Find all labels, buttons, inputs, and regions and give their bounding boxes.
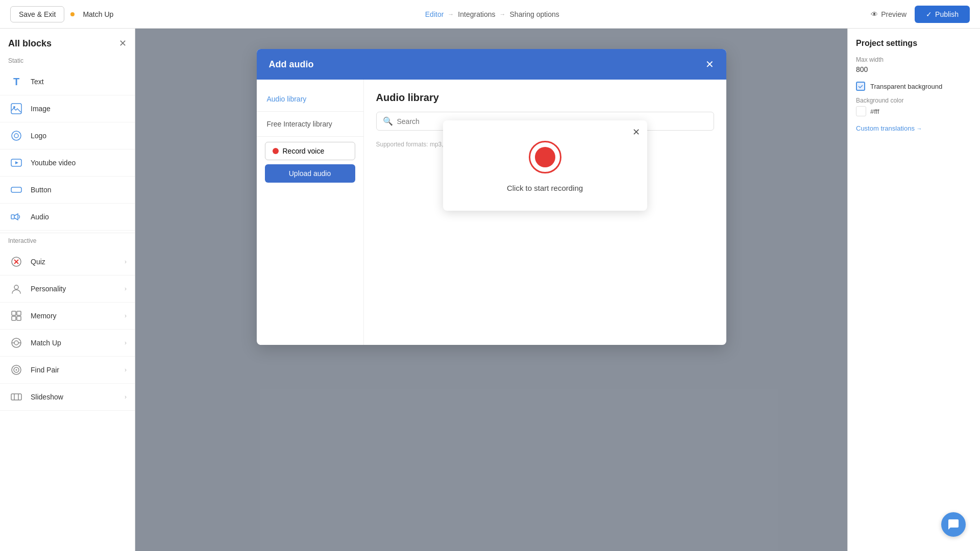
sidebar-item-button[interactable]: Button — [0, 177, 135, 204]
memory-icon — [8, 308, 24, 324]
bg-color-row[interactable]: #fff — [856, 106, 972, 116]
sidebar-findpair-label: Find Pair — [31, 366, 118, 374]
sidebar-item-text[interactable]: T Text — [0, 68, 135, 95]
transparent-bg-label: Transparent background — [870, 83, 942, 90]
modal-close-button[interactable]: ✕ — [705, 58, 714, 70]
modal-sidebar-audio-library[interactable]: Audio library — [257, 90, 363, 108]
nav-step-sharing[interactable]: Sharing options — [510, 10, 559, 18]
matchup-icon — [8, 335, 24, 351]
svg-rect-14 — [12, 316, 16, 320]
recording-close-button[interactable]: ✕ — [632, 127, 640, 138]
audio-icon — [8, 209, 24, 225]
findpair-arrow-icon: › — [125, 366, 127, 373]
nav-arrow-2: → — [500, 11, 506, 18]
sidebar-item-memory[interactable]: Memory › — [0, 303, 135, 330]
record-start-button[interactable] — [529, 141, 561, 173]
modal-sidebar-divider-2 — [257, 136, 363, 137]
topbar-left: Save & Exit Match Up — [10, 6, 113, 22]
save-exit-button[interactable]: Save & Exit — [10, 6, 64, 22]
sidebar-item-audio[interactable]: Audio — [0, 204, 135, 231]
add-audio-modal: Add audio ✕ Audio library Free Interacty… — [257, 49, 726, 345]
sidebar-item-quiz[interactable]: Quiz › — [0, 248, 135, 276]
modal-body: Audio library Free Interacty library Rec… — [257, 80, 726, 345]
matchup-arrow-icon: › — [125, 339, 127, 346]
record-dot-icon — [273, 148, 279, 154]
nav-arrow-1: → — [448, 11, 454, 18]
slideshow-arrow-icon: › — [125, 393, 127, 400]
sidebar-item-matchup[interactable]: Match Up › — [0, 330, 135, 357]
sidebar-quiz-label: Quiz — [31, 258, 118, 266]
sidebar-divider — [0, 233, 135, 233]
modal-sidebar-free-library[interactable]: Free Interacty library — [257, 115, 363, 133]
sidebar-matchup-label: Match Up — [31, 339, 118, 347]
right-panel: Project settings Max width 800 Transpare… — [847, 29, 980, 551]
sidebar-slideshow-label: Slideshow — [31, 393, 118, 401]
sidebar-personality-label: Personality — [31, 285, 118, 293]
logo-icon — [8, 128, 24, 144]
record-instruction-text: Click to start recording — [507, 184, 583, 192]
record-voice-container: Record voice Upload audio — [265, 142, 355, 183]
sidebar: All blocks ✕ Static T Text Image Logo Yo… — [0, 29, 135, 551]
sidebar-youtube-label: Youtube video — [31, 159, 127, 167]
sidebar-header: All blocks ✕ — [0, 29, 135, 55]
svg-rect-15 — [17, 316, 21, 320]
modal-title: Add audio — [269, 59, 314, 70]
svg-rect-6 — [11, 187, 21, 192]
svg-rect-13 — [17, 311, 21, 315]
svg-rect-23 — [11, 394, 21, 400]
personality-arrow-icon: › — [125, 285, 127, 292]
sidebar-close-button[interactable]: ✕ — [119, 38, 127, 49]
modal-overlay: Add audio ✕ Audio library Free Interacty… — [135, 29, 847, 551]
slideshow-icon — [8, 389, 24, 405]
svg-rect-7 — [11, 215, 14, 219]
nav-step-integrations[interactable]: Integrations — [458, 10, 495, 18]
bg-color-swatch[interactable] — [856, 106, 866, 116]
sidebar-item-personality[interactable]: Personality › — [0, 276, 135, 303]
sidebar-logo-label: Logo — [31, 132, 127, 140]
custom-translations-label: Custom translations — [856, 124, 915, 132]
sidebar-item-slideshow[interactable]: Slideshow › — [0, 384, 135, 411]
sidebar-item-logo[interactable]: Logo — [0, 122, 135, 149]
quiz-icon — [8, 254, 24, 270]
sidebar-memory-label: Memory — [31, 312, 118, 320]
panel-title: Project settings — [856, 39, 972, 48]
sidebar-item-findpair[interactable]: Find Pair › — [0, 357, 135, 384]
topbar: Save & Exit Match Up Editor → Integratio… — [0, 0, 980, 29]
publish-icon: ✓ — [926, 10, 932, 18]
findpair-icon — [8, 362, 24, 378]
nav-step-editor[interactable]: Editor — [425, 10, 444, 18]
sidebar-title: All blocks — [8, 38, 52, 49]
svg-rect-12 — [12, 311, 16, 315]
breadcrumb-current: Match Up — [83, 10, 113, 18]
interactive-section-label: Interactive — [0, 235, 135, 248]
static-section-label: Static — [0, 55, 135, 68]
modal-header: Add audio ✕ — [257, 49, 726, 80]
record-voice-button[interactable]: Record voice — [265, 142, 355, 160]
sidebar-item-image[interactable]: Image — [0, 95, 135, 122]
topbar-nav: Editor → Integrations → Sharing options — [119, 10, 865, 18]
chat-bubble-button[interactable] — [941, 512, 966, 537]
sidebar-item-youtube[interactable]: Youtube video — [0, 149, 135, 177]
transparent-bg-row: Transparent background — [856, 82, 972, 91]
transparent-bg-checkbox[interactable] — [856, 82, 865, 91]
svg-marker-5 — [15, 161, 18, 164]
max-width-value[interactable]: 800 — [856, 65, 972, 73]
modal-sidebar: Audio library Free Interacty library Rec… — [257, 80, 364, 345]
max-width-label: Max width — [856, 56, 972, 63]
custom-translations-link[interactable]: Custom translations → — [856, 124, 972, 132]
recording-modal: ✕ Click to start recording — [443, 120, 647, 211]
image-icon — [8, 101, 24, 117]
upload-audio-button[interactable]: Upload audio — [265, 164, 355, 183]
main-area: Add audio ✕ Audio library Free Interacty… — [135, 29, 847, 551]
svg-point-3 — [14, 134, 18, 138]
search-icon: 🔍 — [383, 116, 393, 126]
topbar-right: 👁 Preview ✓ Publish — [871, 6, 970, 23]
sidebar-text-label: Text — [31, 78, 127, 86]
publish-button[interactable]: ✓ Publish — [915, 6, 970, 23]
modal-main: Audio library 🔍 ✕ Click to start recordi… — [364, 80, 726, 345]
youtube-icon — [8, 155, 24, 171]
sidebar-audio-label: Audio — [31, 213, 127, 221]
memory-arrow-icon: › — [125, 312, 127, 319]
sidebar-image-label: Image — [31, 105, 127, 113]
preview-button[interactable]: 👁 Preview — [871, 10, 906, 18]
